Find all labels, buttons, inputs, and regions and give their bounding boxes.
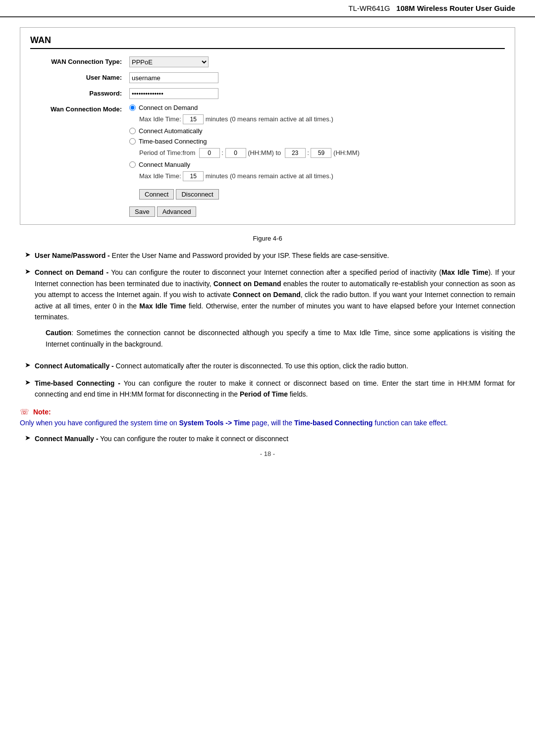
period-to-h[interactable]: [285, 148, 306, 158]
bullet-arrow-icon: ➤: [25, 251, 31, 258]
figure-caption: Figure 4-6: [20, 235, 515, 242]
header-title: TL-WR641G 108M Wireless Router User Guid…: [348, 4, 515, 12]
guide-title: 108M Wireless Router User Guide: [396, 4, 515, 12]
list-item: ➤ Connect on Demand - You can configure …: [20, 267, 515, 354]
connect-auto-label: Connect Automatically: [139, 127, 203, 135]
username-label: User Name:: [30, 72, 129, 83]
caution-block: Caution: Sometimes the connection cannot…: [46, 327, 515, 350]
bullet2-bold: Connect on Demand -: [35, 268, 108, 276]
bullet-arrow-icon: ➤: [25, 361, 31, 369]
page-number: - 18 -: [20, 450, 515, 457]
main-content: WAN WAN Connection Type: PPPoE User Name…: [0, 17, 535, 467]
wan-connection-type-control: PPPoE: [129, 56, 505, 67]
bullet-text-last: Connect Manually - You can configure the…: [35, 433, 288, 444]
password-row: Password:: [30, 88, 505, 99]
note-text: Only when you have configured the system…: [20, 417, 515, 429]
time-based-radio[interactable]: [129, 138, 136, 145]
connect-auto-row: Connect Automatically: [129, 127, 505, 135]
username-control: [129, 72, 505, 83]
bullet-arrow-icon: ➤: [25, 378, 31, 386]
bullet1-bold: User Name/Password -: [35, 252, 110, 259]
connect-manually-radio[interactable]: [129, 161, 136, 168]
advanced-button[interactable]: Advanced: [157, 206, 197, 217]
bullet3-bold: Connect Automatically -: [35, 362, 114, 370]
max-idle-label1: Max Idle Time:: [139, 115, 181, 123]
note-label: Note:: [33, 408, 51, 416]
bullet-text-1: User Name/Password - Enter the User Name…: [35, 250, 389, 261]
password-input[interactable]: [129, 88, 218, 99]
max-idle-note2: minutes (0 means remain active at all ti…: [206, 172, 333, 180]
time-based-row: Time-based Connecting: [129, 138, 505, 145]
wan-connection-type-label: WAN Connection Type:: [30, 56, 129, 67]
connect-manually-label: Connect Manually: [139, 161, 190, 168]
time-based-link[interactable]: Time-based Connecting: [294, 419, 373, 427]
wan-connection-type-row: WAN Connection Type: PPPoE: [30, 56, 505, 67]
max-idle-input1[interactable]: [183, 114, 204, 124]
connect-on-demand-label: Connect on Demand: [139, 104, 198, 111]
last-bullet-list: ➤ Connect Manually - You can configure t…: [20, 433, 515, 444]
connect-button[interactable]: Connect: [139, 189, 174, 200]
bullet-arrow-icon: ➤: [25, 434, 31, 442]
page-header: TL-WR641G 108M Wireless Router User Guid…: [0, 0, 535, 17]
password-control: [129, 88, 505, 99]
save-button[interactable]: Save: [129, 206, 155, 217]
max-idle-row2: Max Idle Time: minutes (0 means remain a…: [139, 171, 505, 181]
connect-manually-row: Connect Manually: [129, 161, 505, 168]
list-item: ➤ Connect Automatically - Connect automa…: [20, 360, 515, 371]
system-tools-link[interactable]: System Tools -> Time: [179, 419, 250, 427]
bullet-text-2: Connect on Demand - You can configure th…: [35, 267, 515, 354]
bullet-text-3: Connect Automatically - Connect automati…: [35, 360, 408, 371]
wan-mode-control: Connect on Demand Max Idle Time: minutes…: [129, 104, 505, 200]
period-hhmm1: (HH:MM) to: [248, 149, 281, 156]
username-row: User Name:: [30, 72, 505, 83]
period-label: Period of Time:from: [139, 149, 195, 156]
disconnect-button[interactable]: Disconnect: [176, 189, 218, 200]
last-bullet-bold: Connect Manually -: [35, 435, 98, 443]
username-input[interactable]: [129, 72, 218, 83]
period-hhmm2: (HH:MM): [333, 149, 360, 156]
wan-title: WAN: [30, 35, 505, 49]
max-idle-input2[interactable]: [183, 171, 204, 181]
bullet4-bold: Time-based Connecting -: [35, 379, 120, 387]
period-from-h[interactable]: [199, 148, 220, 158]
connect-on-demand-row: Connect on Demand: [129, 104, 505, 111]
model-name: TL-WR641G: [348, 4, 390, 12]
list-item: ➤ User Name/Password - Enter the User Na…: [20, 250, 515, 261]
wan-mode-label: Wan Connection Mode:: [30, 104, 129, 115]
period-from-m[interactable]: [225, 148, 246, 158]
list-item: ➤ Time-based Connecting - You can config…: [20, 378, 515, 400]
list-item: ➤ Connect Manually - You can configure t…: [20, 433, 515, 444]
max-idle-label2: Max Idle Time:: [139, 172, 181, 180]
connect-disconnect-row: Connect Disconnect: [139, 189, 505, 200]
wan-section: WAN WAN Connection Type: PPPoE User Name…: [20, 27, 515, 225]
wan-connection-type-select[interactable]: PPPoE: [129, 56, 209, 67]
connect-auto-radio[interactable]: [129, 128, 136, 134]
time-based-label: Time-based Connecting: [139, 138, 207, 145]
save-advanced-row: Save Advanced: [129, 206, 505, 217]
max-idle-row1: Max Idle Time: minutes (0 means remain a…: [139, 114, 505, 124]
bullet-arrow-icon: ➤: [25, 267, 31, 275]
bullet-list: ➤ User Name/Password - Enter the User Na…: [20, 250, 515, 400]
connection-mode-group: Connect on Demand Max Idle Time: minutes…: [129, 104, 505, 200]
note-icon: ☏: [20, 407, 29, 416]
period-row: Period of Time:from : (HH:MM) to : (HH:M…: [139, 148, 505, 158]
period-to-m[interactable]: [311, 148, 331, 158]
bullet-text-4: Time-based Connecting - You can configur…: [35, 378, 515, 400]
wan-mode-row: Wan Connection Mode: Connect on Demand M…: [30, 104, 505, 200]
connect-on-demand-radio[interactable]: [129, 104, 136, 111]
password-label: Password:: [30, 88, 129, 99]
note-section: ☏ Note: Only when you have configured th…: [20, 407, 515, 429]
max-idle-note1: minutes (0 means remain active at all ti…: [206, 115, 333, 123]
